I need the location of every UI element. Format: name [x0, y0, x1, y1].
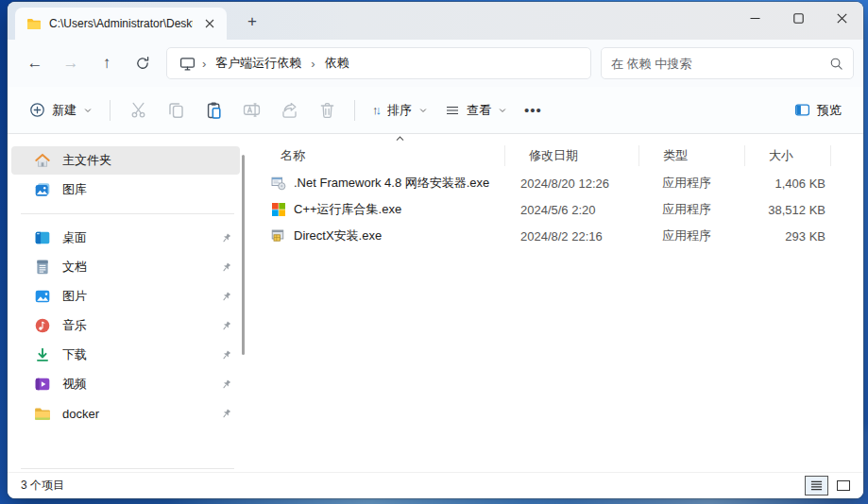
refresh-button[interactable] — [125, 46, 161, 80]
pin-icon[interactable] — [217, 259, 234, 276]
sidebar-item-gallery[interactable]: 图库 — [11, 176, 240, 204]
file-name: DirectX安装.exe — [294, 227, 382, 244]
column-header-size[interactable]: 大小 — [744, 145, 831, 166]
more-options-button[interactable]: ••• — [516, 95, 551, 125]
breadcrumb-separator: › — [310, 57, 315, 71]
close-button[interactable] — [820, 2, 863, 34]
sidebar-item-documents[interactable]: 文档 — [11, 253, 240, 281]
maximize-button[interactable] — [776, 2, 820, 34]
explorer-tab[interactable]: C:\Users\Administrator\Deskto — [15, 8, 227, 40]
downloads-icon — [34, 346, 51, 363]
file-name-cell: .Net Framework 4.8 网络安装器.exe — [257, 175, 504, 192]
column-header-modified[interactable]: 修改日期 — [504, 145, 638, 166]
sidebar-item-music[interactable]: 音乐 — [11, 311, 240, 340]
sort-arrows-icon: ↑↓ — [372, 103, 379, 117]
sort-button[interactable]: ↑↓ 排序 — [364, 95, 436, 126]
delete-button[interactable] — [308, 93, 346, 127]
file-modified: 2024/5/6 2:20 — [504, 203, 638, 217]
sidebar-item-downloads[interactable]: 下载 — [11, 341, 240, 369]
file-row[interactable]: .Net Framework 4.8 网络安装器.exe 2024/8/20 1… — [257, 170, 863, 196]
navigation-bar: ← → ↑ › 客户端运行依赖 › 依赖 — [8, 40, 863, 87]
search-box[interactable] — [601, 47, 854, 79]
sidebar-item-label: 音乐 — [62, 317, 209, 334]
minimize-button[interactable] — [733, 2, 776, 34]
music-icon — [34, 317, 51, 334]
thumbnail-view-icon — [837, 480, 850, 491]
tab-close-icon[interactable] — [200, 14, 219, 33]
address-bar[interactable]: › 客户端运行依赖 › 依赖 — [166, 47, 591, 79]
sort-button-label: 排序 — [387, 102, 412, 119]
pin-icon[interactable] — [217, 346, 234, 363]
sidebar-item-label: 桌面 — [62, 229, 209, 246]
column-header-type[interactable]: 类型 — [638, 145, 744, 166]
pin-icon[interactable] — [217, 405, 234, 422]
preview-pane-icon — [794, 102, 810, 118]
breadcrumb-segment[interactable]: 依赖 — [316, 52, 358, 75]
rename-button[interactable] — [232, 93, 270, 127]
paste-button[interactable] — [195, 93, 232, 127]
status-view-toggles — [805, 476, 850, 496]
main-content: 主文件夹 图库 桌面 — [8, 134, 863, 472]
sidebar-item-label: 主文件夹 — [62, 152, 232, 169]
explorer-window: C:\Users\Administrator\Deskto + ← → ↑ — [8, 2, 863, 498]
sidebar-item-label: docker — [62, 407, 209, 421]
view-button[interactable]: 查看 — [436, 95, 516, 126]
file-size: 1,406 KB — [744, 176, 831, 191]
details-view-toggle[interactable] — [805, 476, 828, 496]
sidebar-item-label: 图片 — [62, 288, 209, 305]
thumbnail-view-toggle[interactable] — [837, 480, 850, 491]
this-pc-icon[interactable] — [173, 50, 201, 76]
share-button[interactable] — [270, 93, 308, 127]
list-lines-icon — [445, 103, 460, 118]
pictures-icon — [34, 288, 51, 305]
new-tab-button[interactable]: + — [238, 8, 266, 36]
forward-button[interactable]: → — [53, 46, 89, 80]
file-modified: 2024/8/20 12:26 — [504, 176, 638, 191]
sidebar-item-label: 文档 — [62, 259, 209, 276]
sidebar-item-videos[interactable]: 视频 — [11, 370, 240, 398]
sidebar-item-label: 视频 — [62, 376, 209, 393]
view-button-label: 查看 — [467, 102, 491, 119]
sidebar-item-pictures[interactable]: 图片 — [11, 282, 240, 311]
sidebar-item-desktop[interactable]: 桌面 — [11, 224, 240, 252]
preview-button[interactable]: 预览 — [786, 95, 850, 126]
up-button[interactable]: ↑ — [89, 46, 125, 80]
directx-installer-icon — [271, 228, 286, 244]
sidebar-scrollbar[interactable] — [242, 155, 245, 355]
sidebar-item-label: 下载 — [62, 346, 209, 363]
folder-icon — [34, 405, 51, 422]
gallery-icon — [34, 181, 51, 198]
sidebar-separator — [21, 213, 234, 214]
file-name: .Net Framework 4.8 网络安装器.exe — [294, 175, 489, 192]
breadcrumb-segment[interactable]: 客户端运行依赖 — [207, 52, 310, 75]
tab-title: C:\Users\Administrator\Deskto — [49, 17, 193, 30]
pin-icon[interactable] — [217, 317, 234, 334]
sort-ascending-icon — [395, 135, 405, 143]
sidebar-item-docker[interactable]: docker — [11, 399, 240, 428]
chevron-down-icon — [83, 106, 93, 115]
pin-icon[interactable] — [217, 229, 234, 246]
chevron-down-icon — [498, 106, 507, 115]
more-dots-icon: ••• — [524, 102, 542, 118]
file-row[interactable]: C++运行库合集.exe 2024/5/6 2:20 应用程序 38,512 K… — [257, 196, 863, 223]
back-button[interactable]: ← — [17, 46, 53, 80]
item-count: 3 个项目 — [21, 478, 64, 494]
file-name: C++运行库合集.exe — [294, 201, 401, 218]
toolbar-divider — [354, 100, 355, 121]
copy-button[interactable] — [157, 93, 195, 127]
pin-icon[interactable] — [217, 376, 234, 393]
file-row[interactable]: DirectX安装.exe 2024/8/2 22:16 应用程序 293 KB — [257, 223, 863, 249]
column-header-name[interactable]: 名称 — [257, 145, 504, 166]
tab-bar: C:\Users\Administrator\Deskto + — [8, 2, 863, 40]
toolbar-divider — [110, 100, 111, 121]
pin-icon[interactable] — [217, 288, 234, 305]
command-toolbar: 新建 ↑↓ 排序 — [8, 87, 863, 134]
cut-button[interactable] — [119, 93, 157, 127]
file-size: 38,512 KB — [744, 203, 831, 217]
file-name-cell: C++运行库合集.exe — [257, 201, 504, 218]
search-input[interactable] — [611, 57, 829, 71]
new-button[interactable]: 新建 — [21, 95, 101, 126]
folder-icon — [26, 16, 42, 31]
sidebar-separator — [21, 468, 234, 469]
sidebar-item-home[interactable]: 主文件夹 — [11, 146, 240, 175]
